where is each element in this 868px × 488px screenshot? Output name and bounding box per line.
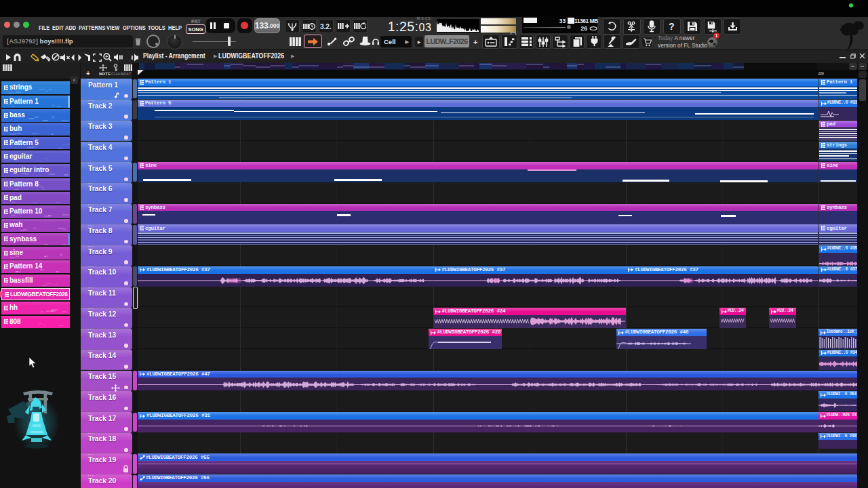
svg-text:3.2.: 3.2. (320, 23, 332, 30)
svg-text:?: ? (669, 21, 675, 32)
